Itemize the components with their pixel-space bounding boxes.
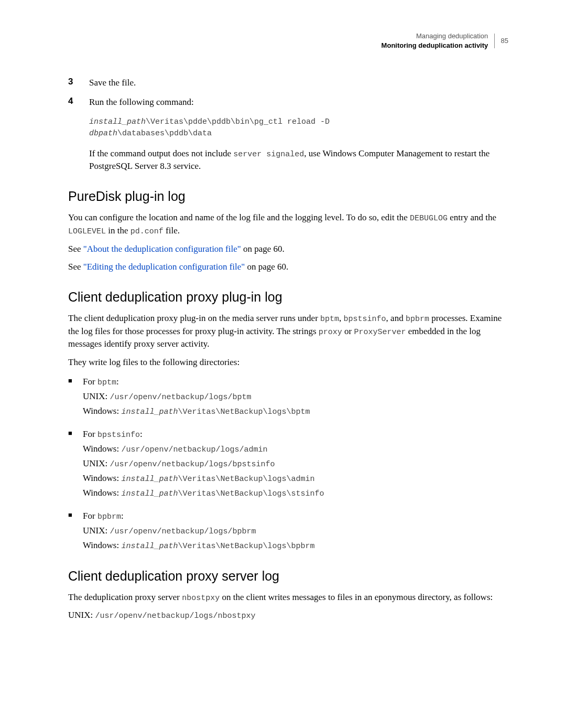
paragraph: The deduplication proxy server nbostpxy … [68,591,508,604]
code-inline: server signaled [233,150,304,159]
code-italic: install_path [121,489,178,498]
code-italic: install_path [121,542,178,551]
heading-puredisk: PureDisk plug-in log [68,189,508,204]
see-reference-2: See "Editing the deduplication configura… [68,261,508,274]
page-number: 85 [501,36,508,46]
code-path: \Veritas\NetBackup\logs\admin [178,475,315,484]
code-inline: pd.conf [130,227,164,236]
paragraph: You can configure the location and name … [68,211,508,238]
code-inline: bptm [320,315,339,324]
step-4-followup: If the command output does not include s… [89,147,508,173]
step-4-intro: Run the following command: [89,97,194,107]
code-italic: install_path [121,408,178,416]
code-inline: nbostpxy [182,594,220,603]
link-about-config[interactable]: "About the deduplication configuration f… [83,244,241,254]
code-italic: dbpath [89,129,117,138]
code-path: \Veritas\NetBackup\logs\bpbrm [178,542,315,551]
list-item: For bpstsinfo: Windows: /usr/openv/netba… [68,427,508,500]
header-divider [494,34,495,48]
code-inline: bptm [97,378,116,387]
code-path: /usr/openv/netbackup/logs/bpbrm [110,527,256,536]
code-inline: DEBUGLOG [410,214,448,223]
code-inline: bpstsinfo [97,431,140,440]
heading-client-proxy-plugin: Client deduplication proxy plug-in log [68,290,508,305]
step-text: Save the file. [89,77,508,90]
step-4: 4 Run the following command: install_pat… [68,96,508,173]
code-italic: install_path [89,117,146,126]
code: \databases\pddb\data [117,129,212,138]
path-line: UNIX: /usr/openv/netbackup/logs/nbostpxy [68,609,508,622]
list-item: For bpbrm: UNIX: /usr/openv/netbackup/lo… [68,509,508,553]
code-italic: install_path [121,475,178,484]
see-reference-1: See "About the deduplication configurati… [68,243,508,256]
code-path: /usr/openv/netbackup/logs/bptm [110,393,251,402]
code-inline: proxy [319,328,342,337]
code-inline: bpstsinfo [344,315,386,324]
code-inline: bpbrm [406,315,429,324]
paragraph: The client deduplication proxy plug-in o… [68,312,508,351]
step-number: 3 [68,77,89,90]
code-path: /usr/openv/netbackup/logs/admin [121,445,267,454]
code-block: install_path\Veritas\pdde\pddb\bin\pg_ct… [89,116,508,140]
step-text: Run the following command: install_path\… [89,96,508,173]
code-path: \Veritas\NetBackup\logs\bptm [178,408,310,416]
code-path: \Veritas\NetBackup\logs\stsinfo [178,489,324,498]
step-3: 3 Save the file. [68,77,508,90]
paragraph: They write log files to the following di… [68,356,508,369]
code-inline: ProxyServer [354,328,406,337]
step-number: 4 [68,96,89,173]
code-path: /usr/openv/netbackup/logs/bpstsinfo [110,460,275,469]
page-header: Managing deduplication Monitoring dedupl… [68,31,508,50]
heading-client-proxy-server: Client deduplication proxy server log [68,569,508,584]
list-item: For bptm: UNIX: /usr/openv/netbackup/log… [68,374,508,419]
code-inline: bpbrm [97,512,121,521]
code-path: /usr/openv/netbackup/logs/nbostpxy [95,612,255,620]
bullet-list: For bptm: UNIX: /usr/openv/netbackup/log… [68,374,508,553]
code-inline: LOGLEVEL [68,227,106,236]
header-category: Managing deduplication [416,31,488,41]
code: \Veritas\pdde\pddb\bin\pg_ctl reload -D [146,117,330,126]
header-section: Monitoring deduplication activity [382,41,488,49]
link-editing-config[interactable]: "Editing the deduplication configuration… [83,262,245,272]
